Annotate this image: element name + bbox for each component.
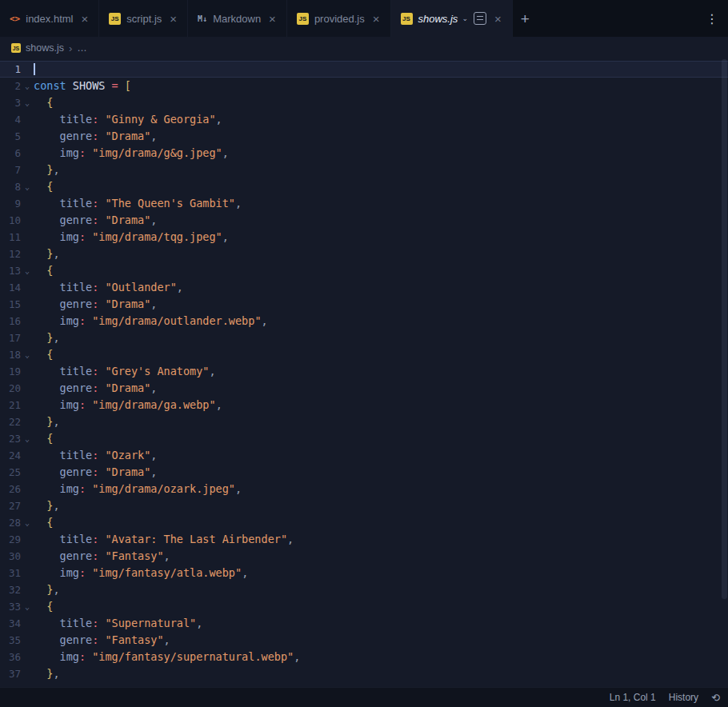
- scrollbar[interactable]: [720, 59, 728, 687]
- code-line[interactable]: 36 img: "img/fantasy/supernatural.webp",: [0, 649, 728, 665]
- breadcrumb-file[interactable]: shows.js: [26, 42, 64, 54]
- tab-shows.js[interactable]: JSshows.js⌄×: [391, 0, 513, 37]
- close-icon[interactable]: ×: [492, 12, 504, 26]
- more-actions-button[interactable]: ⋮: [696, 11, 728, 26]
- chevron-down-icon[interactable]: ⌄: [462, 14, 468, 22]
- code-line[interactable]: 28⌄ {: [0, 514, 728, 531]
- tab-provided.js[interactable]: JSprovided.js×: [287, 0, 391, 37]
- code-line[interactable]: 2⌄const SHOWS = [: [0, 78, 728, 94]
- code-line[interactable]: 13⌄ {: [0, 262, 728, 279]
- code-line[interactable]: 12 },: [0, 246, 728, 262]
- code-line[interactable]: 16 img: "img/drama/outlander.webp",: [0, 313, 728, 330]
- close-icon[interactable]: ×: [167, 12, 179, 26]
- tab-index.html[interactable]: <>index.html×: [0, 0, 99, 37]
- code-line[interactable]: 34 title: "Supernatural",: [0, 615, 728, 632]
- code-line[interactable]: 24 title: "Ozark",: [0, 447, 728, 464]
- code-line[interactable]: 25 genre: "Drama",: [0, 464, 728, 481]
- fold-chevron-icon[interactable]: ⌄: [21, 346, 34, 363]
- code-line[interactable]: 26 img: "img/drama/ozark.jpeg",: [0, 481, 728, 497]
- fold-spacer: [21, 665, 34, 682]
- code-line[interactable]: 32 },: [0, 581, 728, 598]
- code-line[interactable]: 10 genre: "Drama",: [0, 212, 728, 229]
- line-content: genre: "Drama",: [34, 380, 728, 397]
- code-line[interactable]: 30 genre: "Fantasy",: [0, 548, 728, 565]
- fold-chevron-icon[interactable]: ⌄: [21, 262, 34, 279]
- code-line[interactable]: 22 },: [0, 413, 728, 430]
- line-number: 15: [0, 296, 21, 313]
- line-number: 26: [0, 481, 21, 497]
- code-line[interactable]: 21 img: "img/drama/ga.webp",: [0, 397, 728, 413]
- code-line[interactable]: 3⌄ {: [0, 94, 728, 111]
- fold-chevron-icon[interactable]: ⌄: [21, 430, 34, 447]
- code-line[interactable]: 7 },: [0, 162, 728, 178]
- code-line[interactable]: 4 title: "Ginny & Georgia",: [0, 111, 728, 128]
- scrollbar-thumb[interactable]: [722, 59, 727, 599]
- line-number: 30: [0, 548, 21, 565]
- line-number: 2: [0, 78, 21, 94]
- code-line[interactable]: 11 img: "img/drama/tqg.jpeg",: [0, 229, 728, 246]
- js-file-icon: JS: [401, 13, 413, 25]
- close-icon[interactable]: ×: [266, 12, 278, 26]
- code-line[interactable]: 5 genre: "Drama",: [0, 128, 728, 145]
- code-line[interactable]: 18⌄ {: [0, 346, 728, 363]
- line-number: 28: [0, 514, 21, 531]
- line-content: {: [34, 514, 728, 531]
- code-editor[interactable]: 12⌄const SHOWS = [3⌄ {4 title: "Ginny & …: [0, 59, 728, 687]
- line-content: const SHOWS = [: [34, 78, 728, 94]
- fold-spacer: [21, 111, 34, 128]
- fold-spacer: [21, 229, 34, 246]
- history-button[interactable]: History: [669, 692, 698, 703]
- code-line[interactable]: 20 genre: "Drama",: [0, 380, 728, 397]
- line-content: },: [34, 665, 728, 682]
- fold-spacer: [21, 548, 34, 565]
- line-content: genre: "Drama",: [34, 212, 728, 229]
- history-icon[interactable]: ⟲: [711, 692, 720, 704]
- line-number: 36: [0, 649, 21, 665]
- fold-chevron-icon[interactable]: ⌄: [21, 94, 34, 111]
- close-icon[interactable]: ×: [370, 12, 382, 26]
- code-line[interactable]: 8⌄ {: [0, 178, 728, 195]
- fold-chevron-icon[interactable]: ⌄: [21, 514, 34, 531]
- fold-chevron-icon[interactable]: ⌄: [21, 178, 34, 195]
- fold-chevron-icon[interactable]: ⌄: [21, 78, 34, 94]
- code-line[interactable]: 35 genre: "Fantasy",: [0, 632, 728, 649]
- line-number: 25: [0, 464, 21, 481]
- code-line[interactable]: 14 title: "Outlander",: [0, 279, 728, 296]
- line-number: 31: [0, 565, 21, 581]
- line-number: 32: [0, 581, 21, 598]
- line-content: img: "img/drama/ga.webp",: [34, 397, 728, 413]
- fold-chevron-icon[interactable]: ⌄: [21, 598, 34, 615]
- line-number: 27: [0, 497, 21, 514]
- cursor-position-status[interactable]: Ln 1, Col 1: [610, 692, 656, 703]
- code-line[interactable]: 27 },: [0, 497, 728, 514]
- tab-list: <>index.html×JSscript.js×M↓Markdown×JSpr…: [0, 0, 513, 37]
- line-number: 20: [0, 380, 21, 397]
- tab-Markdown[interactable]: M↓Markdown×: [188, 0, 287, 37]
- editor-window: <>index.html×JSscript.js×M↓Markdown×JSpr…: [0, 0, 728, 707]
- html-file-icon: <>: [10, 14, 20, 24]
- js-file-icon: JS: [11, 43, 21, 53]
- code-line[interactable]: 33⌄ {: [0, 598, 728, 615]
- line-content: [34, 61, 728, 78]
- code-line[interactable]: 17 },: [0, 330, 728, 346]
- tab-label: Markdown: [213, 13, 261, 25]
- close-icon[interactable]: ×: [79, 12, 91, 26]
- code-line[interactable]: 37 },: [0, 665, 728, 682]
- code-line[interactable]: 1: [0, 61, 728, 78]
- code-line[interactable]: 29 title: "Avatar: The Last Airbender",: [0, 531, 728, 548]
- code-line[interactable]: 6 img: "img/drama/g&g.jpeg",: [0, 145, 728, 162]
- fold-spacer: [21, 531, 34, 548]
- new-tab-button[interactable]: +: [513, 11, 538, 26]
- preview-icon[interactable]: [474, 12, 486, 25]
- line-number: 14: [0, 279, 21, 296]
- line-content: genre: "Fantasy",: [34, 548, 728, 565]
- code-line[interactable]: 15 genre: "Drama",: [0, 296, 728, 313]
- breadcrumb-symbol[interactable]: …: [77, 42, 87, 54]
- tab-script.js[interactable]: JSscript.js×: [99, 0, 188, 37]
- fold-spacer: [21, 632, 34, 649]
- code-line[interactable]: 23⌄ {: [0, 430, 728, 447]
- code-line[interactable]: 9 title: "The Queen's Gambit",: [0, 195, 728, 212]
- code-line[interactable]: 19 title: "Grey's Anatomy",: [0, 363, 728, 380]
- line-content: title: "Ozark",: [34, 447, 728, 464]
- code-line[interactable]: 31 img: "img/fantasy/atla.webp",: [0, 565, 728, 581]
